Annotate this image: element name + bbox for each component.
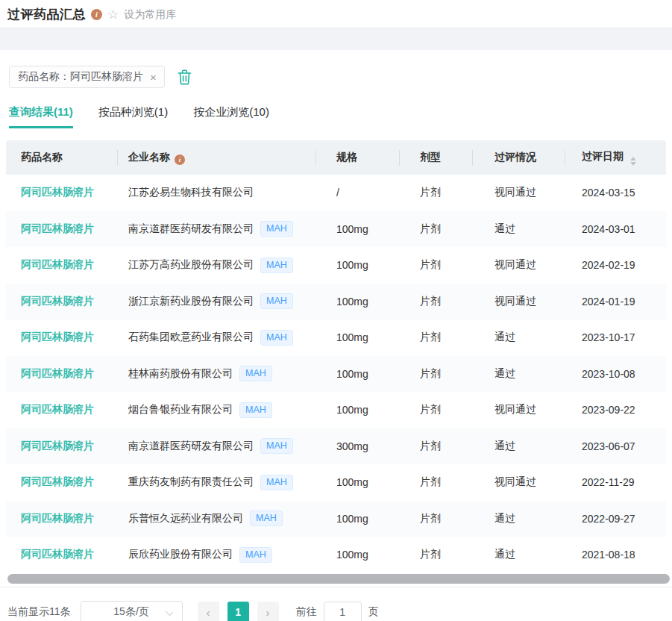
spec-cell: 100mg: [315, 392, 399, 428]
mah-badge: MAH: [260, 293, 293, 309]
mah-badge: MAH: [260, 438, 293, 454]
date-cell: 2024-01-19: [565, 284, 666, 320]
table-row: 阿司匹林肠溶片 浙江京新药业股份有限公司MAH 100mg 片剂 视同通过 20…: [6, 284, 666, 320]
page-unit-label: 页: [368, 605, 379, 619]
page-size-select[interactable]: 15条/页: [81, 601, 183, 621]
filter-tag-close-icon[interactable]: ×: [150, 72, 157, 83]
star-icon[interactable]: ☆: [107, 8, 119, 21]
form-cell: 片剂: [399, 284, 472, 320]
table-header-row: 药品名称 企业名称i 规格 剂型 过评情况 过评日期: [6, 140, 666, 175]
tab-browse-by-company[interactable]: 按企业浏览(10): [193, 105, 269, 128]
status-cell: 视同通过: [472, 464, 565, 501]
table-row: 阿司匹林肠溶片 烟台鲁银药业有限公司MAH 100mg 片剂 视同通过 2023…: [6, 392, 666, 428]
date-cell: 2023-10-17: [565, 319, 666, 356]
date-cell: 2023-09-22: [565, 392, 666, 428]
form-cell: 片剂: [399, 501, 472, 537]
page-number-button[interactable]: 1: [227, 602, 249, 621]
status-cell: 通过: [472, 428, 565, 465]
date-cell: 2023-06-07: [565, 428, 666, 465]
company-name: 浙江京新药业股份有限公司: [128, 295, 254, 308]
drug-name-link[interactable]: 阿司匹林肠溶片: [21, 331, 94, 343]
mah-badge: MAH: [239, 547, 272, 563]
tab-query-results[interactable]: 查询结果(11): [9, 105, 73, 128]
table-row: 阿司匹林肠溶片 江苏必易生物科技有限公司 / 片剂 视同通过 2024-03-1…: [6, 175, 666, 211]
table-bottom-divider: [0, 587, 672, 587]
spec-cell: 100mg: [315, 537, 399, 573]
company-name: 重庆药友制药有限责任公司: [128, 475, 254, 489]
date-cell: 2022-09-27: [565, 501, 666, 537]
chevron-down-icon: [165, 608, 172, 615]
form-cell: 片剂: [399, 464, 472, 501]
company-info-icon[interactable]: i: [175, 155, 185, 165]
mah-badge: MAH: [260, 330, 293, 346]
filter-tag-label: 药品名称：阿司匹林肠溶片: [18, 70, 143, 84]
next-page-button[interactable]: ›: [257, 602, 279, 621]
table-row: 阿司匹林肠溶片 南京道群医药研发有限公司MAH 100mg 片剂 通过 2024…: [6, 211, 666, 248]
results-table: 药品名称 企业名称i 规格 剂型 过评情况 过评日期 阿司匹林肠溶片 江苏必易生…: [6, 140, 666, 573]
date-cell: 2024-03-15: [565, 175, 666, 211]
form-cell: 片剂: [399, 537, 472, 573]
form-cell: 片剂: [399, 211, 472, 248]
filter-tag: 药品名称：阿司匹林肠溶片 ×: [9, 66, 165, 88]
form-cell: 片剂: [399, 175, 472, 211]
mah-badge: MAH: [260, 475, 293, 490]
drug-name-link[interactable]: 阿司匹林肠溶片: [21, 475, 94, 487]
table-row: 阿司匹林肠溶片 辰欣药业股份有限公司MAH 100mg 片剂 通过 2021-0…: [6, 537, 666, 573]
horizontal-scrollbar-thumb[interactable]: [7, 574, 670, 584]
drug-name-link[interactable]: 阿司匹林肠溶片: [21, 403, 94, 415]
company-name: 烟台鲁银药业有限公司: [128, 403, 233, 416]
spec-cell: 100mg: [315, 319, 399, 356]
drug-name-link[interactable]: 阿司匹林肠溶片: [21, 258, 94, 270]
spec-cell: 100mg: [315, 284, 399, 320]
table-row: 阿司匹林肠溶片 乐普恒久远药业有限公司MAH 100mg 片剂 通过 2022-…: [6, 501, 666, 537]
info-icon[interactable]: i: [91, 9, 102, 20]
goto-page-input[interactable]: [324, 602, 362, 621]
spec-cell: 100mg: [315, 501, 399, 537]
table-row: 阿司匹林肠溶片 桂林南药股份有限公司MAH 100mg 片剂 通过 2023-1…: [6, 356, 666, 393]
status-cell: 通过: [472, 537, 565, 573]
table-row: 阿司匹林肠溶片 南京道群医药研发有限公司MAH 300mg 片剂 通过 2023…: [6, 428, 666, 465]
mah-badge: MAH: [250, 511, 283, 526]
page-header: 过评药品汇总 i ☆ 设为常用库: [0, 0, 672, 28]
spec-cell: /: [315, 175, 399, 211]
spec-cell: 100mg: [315, 464, 399, 501]
drug-name-link[interactable]: 阿司匹林肠溶片: [21, 186, 94, 198]
col-header-company-name: 企业名称i: [117, 140, 315, 175]
sort-control[interactable]: [630, 157, 636, 166]
drug-name-link[interactable]: 阿司匹林肠溶片: [21, 548, 94, 560]
status-cell: 视同通过: [472, 284, 565, 320]
drug-name-link[interactable]: 阿司匹林肠溶片: [21, 367, 94, 379]
section-divider-band: [0, 28, 672, 50]
table-row: 阿司匹林肠溶片 江苏万高药业股份有限公司MAH 100mg 片剂 视同通过 20…: [6, 247, 666, 284]
mah-badge: MAH: [239, 366, 272, 381]
tab-browse-by-variety[interactable]: 按品种浏览(1): [98, 105, 168, 128]
sort-descending-icon[interactable]: [630, 162, 636, 166]
date-cell: 2024-03-01: [565, 211, 666, 248]
clear-filters-button[interactable]: [178, 69, 192, 85]
date-cell: 2023-10-08: [565, 356, 666, 393]
company-name: 辰欣药业股份有限公司: [128, 548, 233, 561]
status-cell: 通过: [472, 211, 565, 248]
spec-cell: 300mg: [315, 428, 399, 465]
col-header-approval-status: 过评情况: [472, 140, 565, 175]
drug-name-link[interactable]: 阿司匹林肠溶片: [21, 440, 94, 452]
status-cell: 通过: [472, 356, 565, 393]
drug-name-link[interactable]: 阿司匹林肠溶片: [21, 295, 94, 307]
tab-bar: 查询结果(11) 按品种浏览(1) 按企业浏览(10): [9, 105, 672, 128]
drug-name-link[interactable]: 阿司匹林肠溶片: [21, 512, 94, 524]
form-cell: 片剂: [399, 392, 472, 428]
date-cell: 2021-08-18: [565, 537, 666, 573]
pagination-bar: 当前显示11条 15条/页 ‹ 1 › 前往 页: [7, 601, 672, 621]
set-favorite-label[interactable]: 设为常用库: [124, 8, 176, 22]
table-body: 阿司匹林肠溶片 江苏必易生物科技有限公司 / 片剂 视同通过 2024-03-1…: [6, 175, 666, 573]
goto-page-label: 前往: [296, 605, 317, 619]
spec-cell: 100mg: [315, 211, 399, 248]
drug-name-link[interactable]: 阿司匹林肠溶片: [21, 222, 94, 234]
form-cell: 片剂: [399, 319, 472, 356]
date-cell: 2022-11-29: [565, 464, 666, 501]
col-header-spec: 规格: [315, 140, 399, 175]
form-cell: 片剂: [399, 247, 472, 284]
prev-page-button[interactable]: ‹: [198, 602, 219, 621]
company-name: 南京道群医药研发有限公司: [128, 440, 254, 453]
sort-ascending-icon[interactable]: [630, 157, 636, 160]
